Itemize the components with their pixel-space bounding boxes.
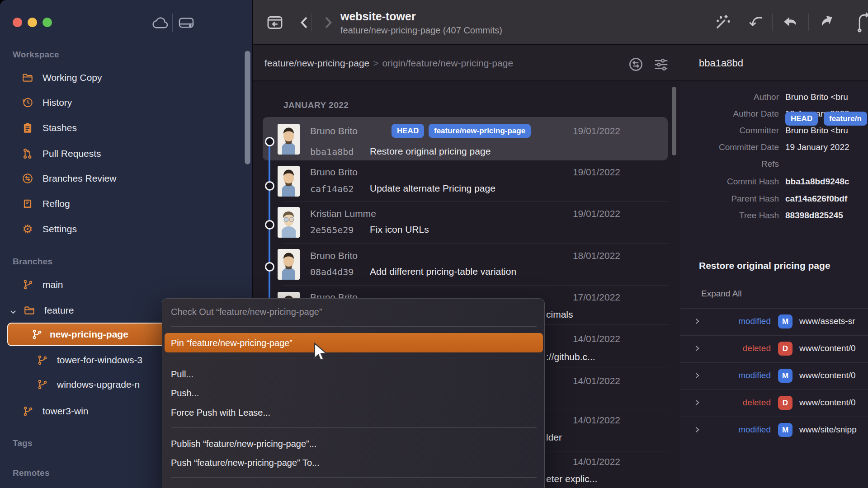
commit-message-fragment: ://github.c... [546,352,595,362]
sidebar-item-stashes[interactable]: Stashes [0,118,253,138]
commit-author: Bruno Brito [310,126,358,136]
commit-message: Restore original pricing page [370,146,491,157]
menu-item-force-push[interactable]: Force Push with Lease... [171,404,528,421]
sidebar-item-label: windows-upgrade-n [57,379,140,390]
commit-date: 19/01/2022 [548,126,620,136]
sidebar-item-branches-review[interactable]: Branches Review [0,169,253,188]
commit-date: 14/01/2022 [548,375,620,386]
repository-title: website-tower [340,10,416,23]
push-arrow-icon[interactable] [816,13,835,32]
commit-hash: bba1a8bd [310,146,354,157]
panel-divider [680,238,868,238]
commit-message-fragment: eter explic... [546,474,597,484]
main-toolbar: website-tower feature/new-pricing-page (… [253,0,868,45]
row-divider [283,285,669,286]
toolbar-divider [808,14,809,31]
commit-list-scrollbar[interactable] [672,87,676,155]
commit-message: Update alternate Pricing page [370,183,495,194]
commit-hash: 2e565e29 [310,225,354,235]
commit-date: 19/01/2022 [548,167,620,178]
chevron-right-icon[interactable] [693,399,701,406]
row-divider [283,243,669,244]
forward-button[interactable] [319,14,336,32]
sidebar-item-label: Working Copy [42,72,102,83]
sidebar-item-label: tower3-win [42,406,89,417]
filter-sliders-icon[interactable] [653,57,669,72]
compare-branches-icon[interactable] [628,56,644,72]
commit-message: Add different pricing-table variation [370,266,516,277]
branch-icon [32,329,42,340]
sidebar-item-branch-main[interactable]: main [0,275,253,295]
toolbar-divider [772,14,773,31]
sidebar-item-pull-requests[interactable]: Pull Requests [0,144,253,164]
file-row[interactable]: modified M www/content/0 [680,362,868,389]
field-label: Parent Hash [680,194,779,204]
commit-date: 19/01/2022 [548,208,620,219]
open-repository-icon[interactable] [266,14,284,32]
folder-icon [22,72,33,84]
window-close-button[interactable] [13,18,22,27]
field-label: Commit Hash [680,177,779,187]
chevron-down-icon[interactable] [9,308,17,316]
file-row[interactable]: modified M www/site/snipp [680,417,868,444]
sidebar-item-label: tower-for-windows-3 [57,355,142,366]
menu-separator [171,477,537,478]
sidebar-item-history[interactable]: History [0,93,253,113]
pull-arrow-icon[interactable] [781,13,800,32]
discard-arrow-icon[interactable] [747,13,766,32]
commit-message-fragment: lder [546,432,562,443]
commit-hash: caf14a62 [310,183,354,194]
menu-item-push-to[interactable]: Push “feature/new-pricing-page” To... [171,455,528,471]
status-badge-modified: M [778,314,793,328]
menu-separator [171,427,537,428]
status-badge-modified: M [778,423,793,437]
sidebar-section-workspace: Workspace [13,50,59,60]
sidebar-item-settings[interactable]: ⚙ Settings [0,219,253,239]
file-row[interactable]: modified M www/assets-sr [680,308,868,335]
cloud-icon[interactable] [152,16,169,30]
expand-all-link[interactable]: Expand All [701,289,742,299]
gear-icon: ⚙ [22,223,33,235]
field-value: 19 January 2022 [785,142,868,152]
commit-author: Kristian Lumme [310,208,376,219]
chevron-right-icon[interactable] [693,372,701,379]
chevron-right-icon[interactable] [693,318,701,325]
quick-actions-wand-icon[interactable] [713,13,732,32]
field-value: Bruno Brito <bru [785,126,868,136]
remote-branch-name[interactable]: origin/feature/new-pricing-page [382,58,514,68]
drive-icon[interactable] [178,15,195,30]
menu-separator [171,358,537,358]
commit-message-title: Restore original pricing page [699,260,830,271]
field-label: Author [680,92,779,102]
commit-detail-panel: bba1a8bd Author Bruno Brito <bru Author … [680,45,868,488]
menu-item-check-out: Check Out “feature/new-pricing-page” [171,304,528,320]
sidebar-item-reflog[interactable]: Reflog [0,194,253,214]
file-row[interactable]: deleted D www/content/0 [680,389,868,417]
sidebar-scrollbar[interactable] [245,51,250,164]
commit-group-month: JANUARY 2022 [283,100,349,110]
file-row[interactable]: deleted D www/content/0 [680,335,868,362]
file-path: www/content/0 [799,398,856,408]
menu-item-push[interactable]: Push... [171,385,528,401]
row-divider [283,201,669,202]
window-zoom-button[interactable] [42,18,52,27]
detail-header: bba1a8bd [680,45,868,81]
merge-icon[interactable] [856,12,868,33]
file-path: www/site/snipp [799,425,857,435]
sidebar-item-working-copy[interactable]: Working Copy [0,68,253,88]
menu-item-publish[interactable]: Publish “feature/new-pricing-page”... [171,436,528,452]
menu-item-pull[interactable]: Pull... [171,366,528,382]
avatar [278,249,300,280]
repository-subtitle: feature/new-pricing-page (407 Commits) [340,25,502,36]
local-branch-name[interactable]: feature/new-pricing-page [264,58,369,68]
commit-message-fragment: cimals [546,309,573,320]
file-status: modified [705,371,771,380]
sidebar-item-label: Reflog [42,198,70,209]
commit-graph-node [265,220,274,230]
avatar [278,207,300,238]
window-minimize-button[interactable] [28,18,37,27]
chevron-right-icon[interactable] [693,426,701,433]
menu-item-pin[interactable]: Pin “feature/new-pricing-page” [171,335,528,351]
chevron-right-icon[interactable] [693,345,701,352]
file-status: modified [705,425,771,435]
